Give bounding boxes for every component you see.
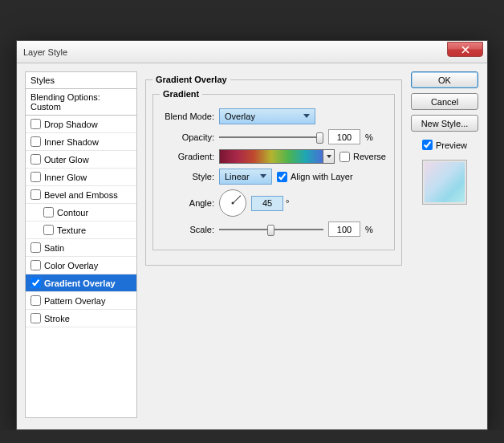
style-item-outer-glow[interactable]: Outer Glow (26, 151, 136, 169)
style-checkbox[interactable] (30, 295, 41, 306)
close-icon (461, 46, 469, 54)
blend-mode-value: Overlay (225, 112, 255, 121)
style-checkbox[interactable] (43, 225, 54, 235)
style-item-inner-glow[interactable]: Inner Glow (26, 169, 136, 186)
settings-panel: Gradient Overlay Gradient Blend Mode: Ov… (144, 71, 404, 418)
style-checkbox[interactable] (30, 260, 41, 270)
style-item-inner-shadow[interactable]: Inner Shadow (26, 133, 136, 151)
style-item-texture[interactable]: Texture (26, 222, 136, 239)
style-label: Color Overlay (44, 261, 98, 270)
style-item-pattern-overlay[interactable]: Pattern Overlay (26, 292, 136, 310)
gradient-subtitle: Gradient (160, 89, 202, 99)
style-checkbox[interactable] (30, 136, 41, 147)
style-item-bevel-and-emboss[interactable]: Bevel and Emboss (26, 186, 136, 204)
style-item-stroke[interactable]: Stroke (26, 310, 136, 327)
style-checkbox[interactable] (30, 119, 41, 129)
style-checkbox[interactable] (30, 313, 41, 323)
style-label: Contour (57, 208, 88, 217)
scale-slider[interactable] (219, 223, 323, 236)
blend-mode-dropdown[interactable]: Overlay (219, 108, 315, 124)
preview-swatch (422, 160, 467, 205)
reverse-checkbox-wrap[interactable]: Reverse (339, 152, 386, 162)
style-item-drop-shadow[interactable]: Drop Shadow (26, 116, 136, 133)
dialog-title: Layer Style (23, 47, 67, 57)
cancel-button[interactable]: Cancel (411, 93, 478, 110)
styles-header[interactable]: Styles (26, 72, 136, 89)
opacity-slider[interactable] (219, 131, 323, 144)
style-checkbox[interactable] (30, 189, 41, 200)
close-button[interactable] (447, 42, 483, 57)
titlebar: Layer Style (17, 41, 487, 63)
style-checkbox[interactable] (30, 172, 41, 182)
align-checkbox[interactable] (277, 172, 287, 182)
gradient-swatch[interactable] (219, 149, 323, 164)
style-checkbox[interactable] (43, 207, 54, 217)
preview-label: Preview (436, 140, 467, 150)
blending-options-row[interactable]: Blending Options: Custom (26, 89, 136, 116)
scale-unit: % (365, 225, 373, 234)
styles-panel: Styles Blending Options: Custom Drop Sha… (25, 71, 137, 418)
align-checkbox-wrap[interactable]: Align with Layer (277, 172, 353, 182)
style-label: Texture (57, 226, 86, 235)
style-label: Drop Shadow (44, 120, 98, 129)
chevron-down-icon (260, 174, 266, 178)
angle-dial[interactable] (219, 189, 246, 217)
style-item-satin[interactable]: Satin (26, 239, 136, 257)
style-label: Style: (160, 172, 219, 181)
opacity-label: Opacity: (160, 132, 219, 142)
layer-style-dialog: Layer Style Styles Blending Options: Cus… (16, 40, 488, 430)
gradient-overlay-group: Gradient Overlay Gradient Blend Mode: Ov… (145, 75, 402, 266)
style-label: Pattern Overlay (44, 296, 105, 306)
preview-checkbox[interactable] (422, 140, 433, 150)
buttons-panel: OK Cancel New Style... Preview (410, 71, 479, 418)
style-label: Gradient Overlay (44, 278, 116, 288)
dialog-body: Styles Blending Options: Custom Drop Sha… (17, 63, 487, 429)
style-label: Bevel and Emboss (44, 190, 118, 200)
blend-mode-label: Blend Mode: (160, 112, 219, 121)
style-item-contour[interactable]: Contour (26, 204, 136, 222)
gradient-dropdown-arrow[interactable] (323, 149, 335, 164)
reverse-label: Reverse (353, 152, 386, 161)
style-checkbox[interactable] (30, 154, 41, 165)
style-label: Inner Glow (44, 173, 87, 182)
style-item-color-overlay[interactable]: Color Overlay (26, 257, 136, 274)
chevron-down-icon (303, 114, 310, 118)
style-dropdown[interactable]: Linear (219, 169, 272, 185)
new-style-button[interactable]: New Style... (411, 115, 478, 132)
slider-thumb[interactable] (267, 225, 274, 236)
style-label: Satin (44, 243, 64, 253)
style-label: Outer Glow (44, 155, 89, 165)
opacity-unit: % (365, 132, 373, 142)
reverse-checkbox[interactable] (339, 152, 350, 162)
angle-input[interactable] (251, 196, 283, 211)
angle-unit: ° (286, 198, 289, 208)
style-item-gradient-overlay[interactable]: Gradient Overlay (26, 274, 136, 292)
scale-input[interactable] (328, 222, 360, 237)
preview-checkbox-wrap[interactable]: Preview (422, 140, 467, 150)
ok-button[interactable]: OK (411, 71, 478, 88)
style-checkbox[interactable] (30, 242, 41, 253)
style-checkbox[interactable] (30, 278, 41, 288)
style-value: Linear (225, 172, 250, 181)
gradient-label: Gradient: (160, 152, 219, 161)
opacity-input[interactable] (328, 129, 360, 144)
style-label: Inner Shadow (44, 137, 99, 147)
gradient-group: Gradient Blend Mode: Overlay Opacity: (152, 89, 395, 250)
align-label: Align with Layer (291, 172, 353, 181)
section-title: Gradient Overlay (152, 75, 230, 84)
scale-label: Scale: (160, 225, 219, 234)
style-label: Stroke (44, 314, 70, 323)
slider-thumb[interactable] (316, 132, 323, 144)
angle-label: Angle: (160, 198, 219, 208)
